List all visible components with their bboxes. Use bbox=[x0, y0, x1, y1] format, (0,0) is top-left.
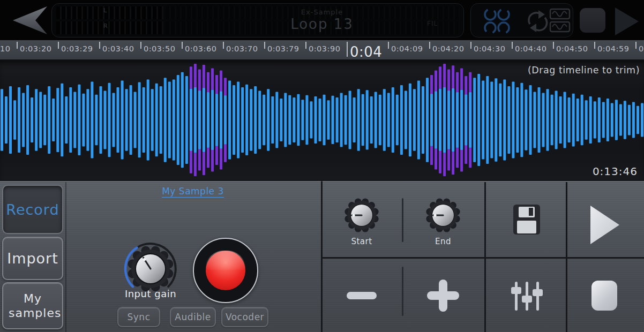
record-tab-label: Record bbox=[6, 201, 59, 218]
waveform-display bbox=[0, 61, 644, 180]
timeline-ruler[interactable]: 0:03:100:03:200:03:290:03:400:03:500:03:… bbox=[0, 40, 644, 61]
audible-toggle-button[interactable]: Audible bbox=[170, 307, 216, 327]
trim-end-label: End bbox=[416, 237, 470, 246]
trim-start-label: Start bbox=[335, 237, 388, 246]
track-title: Loop 13 bbox=[268, 16, 376, 32]
loop-icon[interactable] bbox=[529, 10, 547, 32]
my-samples-tab-label: My samples bbox=[9, 291, 57, 321]
level-meter-right bbox=[56, 21, 163, 34]
mode-icons bbox=[471, 4, 573, 37]
vocoder-toggle-button[interactable]: Vocoder bbox=[221, 307, 268, 327]
save-icon[interactable] bbox=[511, 203, 542, 236]
minus-button[interactable] bbox=[347, 292, 377, 299]
mixer-faders-icon[interactable] bbox=[508, 278, 545, 314]
plus-button[interactable] bbox=[427, 280, 459, 312]
divider bbox=[402, 267, 403, 316]
trim-end-knob[interactable] bbox=[423, 195, 463, 236]
track-title-box: L R Ex-Sample Loop 13 FIL bbox=[51, 3, 464, 37]
duration-label: 0:13:46 bbox=[593, 165, 638, 178]
audible-label: Audible bbox=[175, 312, 211, 322]
mode-icon-box bbox=[470, 3, 573, 37]
channel-right-label: R bbox=[103, 22, 108, 29]
import-tab-label: Import bbox=[7, 250, 58, 267]
sample-name-link[interactable]: My Sample 3 bbox=[139, 186, 246, 197]
control-panel: Record Import My samples My Sample 3 Inp… bbox=[0, 180, 644, 332]
sync-label: Sync bbox=[128, 312, 151, 322]
corner-text: FIL bbox=[427, 20, 438, 27]
import-tab-button[interactable]: Import bbox=[2, 237, 63, 280]
level-meter-left bbox=[56, 6, 163, 19]
trim-start-knob[interactable] bbox=[341, 195, 382, 236]
track-subtitle: Ex-Sample bbox=[268, 8, 376, 16]
record-button[interactable] bbox=[193, 238, 258, 303]
trim-hint-label: (Drag timeline to trim) bbox=[528, 65, 640, 76]
transport-stop-button[interactable] bbox=[580, 8, 605, 33]
stop-icon[interactable] bbox=[591, 281, 617, 311]
top-bar: L R Ex-Sample Loop 13 FIL bbox=[0, 0, 644, 40]
input-gain-label: Input gain bbox=[105, 288, 196, 299]
waveform-panel: (Drag timeline to trim) 0:13:46 bbox=[0, 61, 644, 180]
waveform-bars bbox=[1, 64, 643, 176]
transport-play-button[interactable] bbox=[614, 6, 641, 36]
divider bbox=[65, 182, 66, 332]
divider bbox=[321, 181, 323, 332]
record-button-gloss bbox=[206, 251, 245, 270]
quad-pads-icon[interactable] bbox=[483, 7, 511, 35]
channel-left-label: L bbox=[103, 7, 107, 14]
dual-waveform-icon[interactable] bbox=[550, 9, 570, 32]
sync-toggle-button[interactable]: Sync bbox=[117, 307, 160, 327]
my-samples-tab-button[interactable]: My samples bbox=[2, 282, 63, 329]
back-icon[interactable] bbox=[5, 3, 48, 37]
record-tab-button[interactable]: Record bbox=[2, 185, 63, 234]
divider bbox=[322, 257, 644, 259]
divider bbox=[402, 198, 403, 242]
sample-editor-screen: L R Ex-Sample Loop 13 FIL bbox=[0, 0, 644, 332]
play-icon[interactable] bbox=[589, 205, 620, 245]
vocoder-label: Vocoder bbox=[226, 312, 264, 322]
